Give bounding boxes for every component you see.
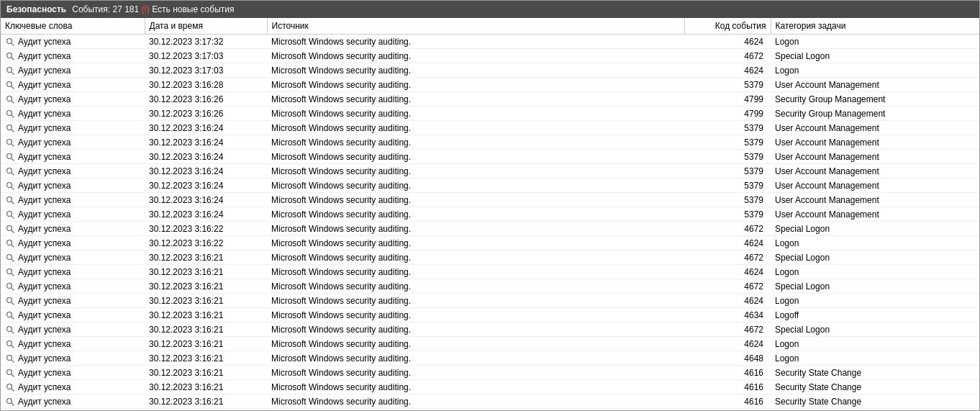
table-row[interactable]: Аудит успеха 30.12.2023 3:17:03Microsoft… (1, 63, 979, 78)
eventcode-cell: 4634 (684, 308, 771, 322)
table-row[interactable]: Аудит успеха 30.12.2023 3:16:28Microsoft… (1, 78, 979, 92)
table-row[interactable]: Аудит успеха 30.12.2023 3:16:21Microsoft… (1, 380, 979, 394)
svg-line-37 (12, 302, 14, 304)
table-row[interactable]: Аудит успеха 30.12.2023 3:16:24Microsoft… (1, 193, 979, 207)
column-header-category[interactable]: Категория задачи (771, 18, 979, 35)
table-row[interactable]: Аудит успеха 30.12.2023 3:16:24Microsoft… (1, 207, 979, 222)
search-icon (5, 137, 15, 148)
keyword-text: Аудит успеха (18, 80, 71, 90)
table-row[interactable]: Аудит успеха 30.12.2023 3:16:26Microsoft… (1, 107, 979, 121)
eventcode-cell: 4624 (684, 265, 771, 279)
table-row[interactable]: Аудит успеха 30.12.2023 3:16:21Microsoft… (1, 322, 979, 337)
keyword-text: Аудит успеха (18, 209, 71, 220)
eventcode-cell: 5379 (684, 78, 771, 92)
search-icon (5, 382, 15, 392)
column-header-datetime[interactable]: Дата и время (145, 18, 267, 35)
search-icon (5, 397, 15, 407)
eventcode-cell: 4616 (684, 380, 771, 394)
svg-line-39 (12, 316, 14, 318)
table-row[interactable]: Аудит успеха 30.12.2023 3:16:21Microsoft… (1, 394, 979, 409)
category-cell: Logon (771, 265, 979, 279)
keyword-cell: Аудит успеха (1, 322, 145, 337)
table-row[interactable]: Аудит успеха 30.12.2023 3:16:21Microsoft… (1, 250, 979, 265)
table-row[interactable]: Аудит успеха 30.12.2023 3:16:24Microsoft… (1, 179, 979, 193)
table-row[interactable]: Аудит успеха 30.12.2023 3:16:26Microsoft… (1, 92, 979, 107)
table-row[interactable]: Аудит успеха 30.12.2023 3:16:21Microsoft… (1, 351, 979, 366)
column-header-source[interactable]: Источник (267, 18, 684, 35)
search-icon (5, 80, 15, 90)
table-row[interactable]: Аудит успеха 30.12.2023 3:16:21Microsoft… (1, 366, 979, 380)
table-row[interactable]: Аудит успеха 30.12.2023 3:16:24Microsoft… (1, 164, 979, 179)
events-table-container[interactable]: Ключевые слова Дата и время Источник Код… (1, 18, 979, 410)
table-row[interactable]: Аудит успеха 30.12.2023 3:17:03Microsoft… (1, 49, 979, 63)
keyword-cell: Аудит успеха (1, 78, 145, 92)
table-row[interactable]: Аудит успеха 30.12.2023 3:16:22Microsoft… (1, 236, 979, 250)
table-row[interactable]: Аудит успеха 30.12.2023 0:16:15Microsoft… (1, 409, 979, 411)
events-table: Ключевые слова Дата и время Источник Код… (1, 18, 979, 410)
table-row[interactable]: Аудит успеха 30.12.2023 3:16:21Microsoft… (1, 279, 979, 294)
category-cell: Logon (771, 63, 979, 78)
datetime-cell: 30.12.2023 3:16:21 (145, 250, 267, 265)
keyword-text: Аудит успеха (18, 195, 71, 205)
source-cell: Microsoft Windows security auditing. (267, 409, 684, 411)
keyword-text: Аудит успеха (18, 181, 71, 191)
eventcode-cell: 4624 (684, 63, 771, 78)
eventcode-cell: 4672 (684, 322, 771, 337)
keyword-cell: Аудит успеха (1, 63, 145, 78)
table-row[interactable]: Аудит успеха 30.12.2023 3:16:24Microsoft… (1, 135, 979, 150)
svg-line-9 (12, 100, 14, 102)
table-row[interactable]: Аудит успеха 30.12.2023 3:16:21Microsoft… (1, 337, 979, 351)
category-cell: User Account Management (771, 150, 979, 164)
category-cell: Logoff (771, 308, 979, 322)
search-icon (5, 195, 15, 205)
category-cell: Special Logon (771, 49, 979, 63)
table-row[interactable]: Аудит успеха 30.12.2023 3:16:24Microsoft… (1, 121, 979, 135)
datetime-cell: 30.12.2023 3:16:21 (145, 366, 267, 380)
source-cell: Microsoft Windows security auditing. (267, 394, 684, 409)
source-cell: Microsoft Windows security auditing. (267, 337, 684, 351)
datetime-cell: 30.12.2023 3:16:21 (145, 351, 267, 366)
keyword-text: Аудит успеха (18, 137, 71, 148)
datetime-cell: 30.12.2023 3:16:21 (145, 294, 267, 308)
svg-line-45 (12, 359, 14, 361)
search-icon (5, 310, 15, 320)
eventcode-cell: 4672 (684, 279, 771, 294)
keyword-text: Аудит успеха (18, 94, 71, 104)
eventcode-cell: 5379 (684, 179, 771, 193)
source-cell: Microsoft Windows security auditing. (267, 236, 684, 250)
category-cell: Special Logon (771, 250, 979, 265)
eventcode-cell: 4799 (684, 107, 771, 121)
search-icon (5, 224, 15, 234)
section-label: Безопасность (6, 4, 66, 14)
column-header-eventcode[interactable]: Код события (684, 18, 771, 35)
source-cell: Microsoft Windows security auditing. (267, 193, 684, 207)
eventcode-cell: 5379 (684, 135, 771, 150)
keyword-text: Аудит успеха (18, 353, 71, 363)
category-cell: Logon (771, 351, 979, 366)
column-header-keywords[interactable]: Ключевые слова (1, 18, 145, 35)
table-row[interactable]: Аудит успеха 30.12.2023 3:16:21Microsoft… (1, 294, 979, 308)
datetime-cell: 30.12.2023 3:16:21 (145, 322, 267, 337)
svg-line-17 (12, 158, 14, 160)
svg-line-47 (12, 374, 14, 376)
svg-line-43 (12, 345, 14, 347)
table-row[interactable]: Аудит успеха 30.12.2023 3:16:24Microsoft… (1, 150, 979, 164)
table-row[interactable]: Аудит успеха 30.12.2023 3:17:32Microsoft… (1, 35, 979, 49)
eventcode-cell: 4624 (684, 337, 771, 351)
keyword-text: Аудит успеха (18, 109, 71, 119)
svg-line-15 (12, 143, 14, 145)
source-cell: Microsoft Windows security auditing. (267, 322, 684, 337)
search-icon (5, 325, 15, 335)
svg-line-31 (12, 258, 14, 261)
table-row[interactable]: Аудит успеха 30.12.2023 3:16:21Microsoft… (1, 265, 979, 279)
table-row[interactable]: Аудит успеха 30.12.2023 3:16:21Microsoft… (1, 308, 979, 322)
eventcode-cell: 5379 (684, 193, 771, 207)
datetime-cell: 30.12.2023 3:16:22 (145, 236, 267, 250)
datetime-cell: 30.12.2023 3:16:24 (145, 164, 267, 179)
search-icon (5, 166, 15, 176)
datetime-cell: 30.12.2023 3:16:21 (145, 279, 267, 294)
search-icon (5, 296, 15, 306)
category-cell: User Account Management (771, 193, 979, 207)
keyword-cell: Аудит успеха (1, 250, 145, 265)
table-row[interactable]: Аудит успеха 30.12.2023 3:16:22Microsoft… (1, 222, 979, 236)
